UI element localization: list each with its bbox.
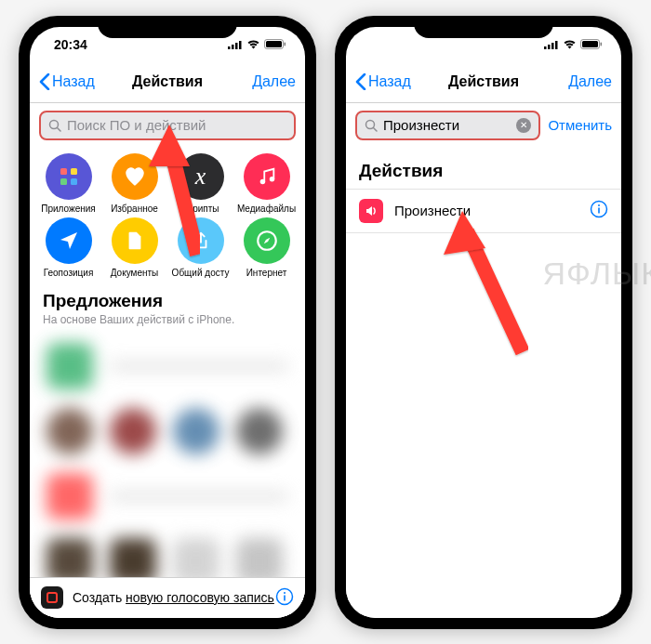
category-documents[interactable]: Документы <box>103 217 166 278</box>
svg-rect-9 <box>60 168 67 175</box>
back-label: Назад <box>52 73 95 90</box>
category-grid: Приложения Избранное x Скрипты Медиафайл… <box>30 148 305 278</box>
results-header: Действия <box>346 148 621 189</box>
svg-point-14 <box>269 177 274 182</box>
footer-action[interactable]: Создать новую голосовую запись <box>30 577 305 618</box>
search-row: Произнести ✕ Отменить <box>346 103 621 148</box>
next-button[interactable]: Далее <box>252 73 296 90</box>
svg-rect-0 <box>228 46 231 49</box>
status-indicators <box>544 39 603 49</box>
svg-rect-1 <box>232 45 234 49</box>
svg-line-27 <box>374 127 378 131</box>
status-time <box>370 37 374 52</box>
svg-rect-19 <box>544 46 547 49</box>
doc-icon <box>112 217 158 264</box>
speak-icon <box>359 199 383 223</box>
category-scripts[interactable]: x Скрипты <box>169 153 232 214</box>
back-button[interactable]: Назад <box>355 73 411 90</box>
music-icon <box>244 153 290 200</box>
svg-rect-24 <box>582 41 598 47</box>
battery-icon <box>264 39 286 49</box>
svg-rect-3 <box>239 41 242 49</box>
signal-icon <box>544 40 559 49</box>
svg-rect-10 <box>71 168 77 175</box>
svg-point-29 <box>598 204 600 206</box>
voice-memo-icon <box>41 586 63 609</box>
category-internet[interactable]: Интернет <box>235 217 299 278</box>
chevron-left-icon <box>39 73 50 90</box>
phone-right: Назад Действия Далее Произнести ✕ Отмени… <box>335 16 632 629</box>
suggestions-subtitle: На основе Ваших действий с iPhone. <box>43 313 292 326</box>
search-input[interactable]: Поиск ПО и действий <box>39 111 296 140</box>
signal-icon <box>228 40 243 49</box>
clear-icon[interactable]: ✕ <box>516 118 531 133</box>
category-apps[interactable]: Приложения <box>37 153 100 214</box>
next-button[interactable]: Далее <box>568 73 612 90</box>
heart-icon <box>112 153 158 200</box>
search-icon <box>365 119 378 132</box>
svg-rect-5 <box>266 41 282 47</box>
cancel-button[interactable]: Отменить <box>548 117 612 133</box>
svg-rect-12 <box>71 178 77 185</box>
info-icon[interactable] <box>590 200 608 221</box>
wifi-icon <box>563 39 577 49</box>
svg-rect-11 <box>60 178 67 185</box>
send-icon <box>46 217 92 264</box>
nav-bar: Назад Действия Далее <box>346 62 621 103</box>
suggestions-header: Предложения На основе Ваших действий с i… <box>30 282 305 328</box>
status-time: 20:34 <box>54 37 87 52</box>
screen-left: 20:34 Назад Действия Далее Поиск ПО и де… <box>30 27 305 618</box>
svg-point-13 <box>259 178 265 184</box>
search-value: Произнести <box>383 117 459 133</box>
result-label: Произнести <box>394 203 471 218</box>
search-icon <box>48 119 61 132</box>
svg-rect-6 <box>285 43 286 46</box>
svg-rect-18 <box>284 595 286 600</box>
share-icon <box>178 217 224 264</box>
notch <box>98 16 237 38</box>
apps-icon <box>46 153 92 200</box>
phone-left: 20:34 Назад Действия Далее Поиск ПО и де… <box>19 16 316 629</box>
svg-rect-2 <box>235 43 238 49</box>
category-favorites[interactable]: Избранное <box>103 153 166 214</box>
content-right: Действия Произнести <box>346 148 621 618</box>
status-indicators <box>228 39 286 49</box>
category-media[interactable]: Медиафайлы <box>235 153 299 214</box>
info-icon[interactable] <box>275 587 294 609</box>
suggestions-title: Предложения <box>43 291 292 311</box>
category-sharing[interactable]: Общий досту <box>169 217 232 278</box>
compass-icon <box>244 217 290 264</box>
footer-text: Создать новую голосовую запись <box>73 590 274 605</box>
chevron-left-icon <box>355 73 366 90</box>
nav-bar: Назад Действия Далее <box>30 62 305 103</box>
script-icon: x <box>178 153 224 200</box>
search-row: Поиск ПО и действий <box>30 103 305 148</box>
svg-point-17 <box>284 592 286 594</box>
notch <box>414 16 553 38</box>
svg-rect-21 <box>551 43 554 49</box>
svg-rect-20 <box>548 45 551 49</box>
blurred-suggestions <box>30 334 305 557</box>
search-input[interactable]: Произнести ✕ <box>355 111 540 140</box>
svg-rect-30 <box>598 208 600 214</box>
back-label: Назад <box>368 73 411 90</box>
battery-icon <box>580 39 603 49</box>
svg-rect-22 <box>555 41 558 49</box>
category-location[interactable]: Геопозиция <box>37 217 100 278</box>
result-item-speak[interactable]: Произнести <box>346 189 621 233</box>
svg-line-8 <box>58 127 61 131</box>
search-placeholder: Поиск ПО и действий <box>67 117 206 133</box>
content-left: Приложения Избранное x Скрипты Медиафайл… <box>30 148 305 618</box>
back-button[interactable]: Назад <box>39 73 95 90</box>
screen-right: Назад Действия Далее Произнести ✕ Отмени… <box>346 27 621 618</box>
wifi-icon <box>246 39 260 49</box>
svg-rect-25 <box>601 43 603 46</box>
